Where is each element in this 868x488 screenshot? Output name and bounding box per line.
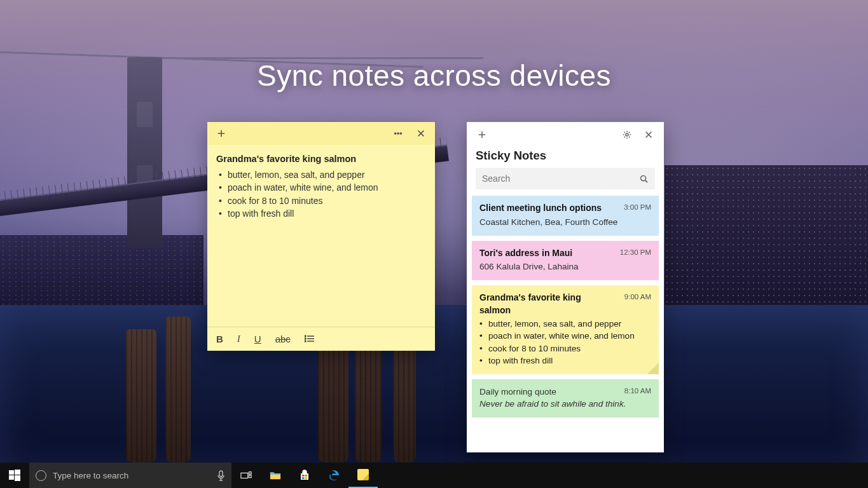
svg-rect-8 [9,470,14,475]
card-item: butter, lemon, sea salt, and pepper [479,318,651,330]
store-icon [299,470,310,481]
svg-point-5 [305,341,306,342]
svg-point-6 [626,133,628,136]
gear-icon [623,130,631,139]
folder-icon [270,470,281,481]
svg-rect-13 [241,473,248,478]
search-placeholder: Search [482,173,510,184]
note-card[interactable]: 8:10 AM Daily morning quote Never be afr… [472,379,659,417]
strike-button[interactable]: abc [275,334,291,344]
plus-icon [217,129,226,138]
ellipsis-icon [394,129,403,138]
edge-button[interactable] [319,463,348,488]
sticky-notes-taskbar-button[interactable] [348,463,378,488]
new-note-button[interactable] [473,126,491,144]
taskbar-search[interactable]: Type here to search [29,463,231,488]
search-icon [639,174,649,184]
card-time: 12:30 PM [620,247,651,257]
card-item: cook for 8 to 10 minutes [479,342,651,355]
note-item: cook for 8 to 10 minutes [219,194,426,207]
note-card[interactable]: 3:00 PM Client meeting lunch options Coa… [472,196,659,236]
bold-button[interactable]: B [216,334,223,344]
taskview-icon [240,470,252,481]
note-item: top with fresh dill [219,207,426,220]
close-icon [644,130,653,139]
svg-rect-18 [302,477,305,479]
svg-rect-9 [15,470,20,475]
taskbar-search-placeholder: Type here to search [53,471,128,480]
store-button[interactable] [290,463,319,488]
svg-rect-10 [9,475,14,480]
close-icon [417,129,425,138]
taskbar[interactable]: Type here to search [0,463,868,488]
svg-rect-15 [249,475,252,478]
svg-point-7 [641,175,646,180]
search-input[interactable]: Search [476,168,655,189]
sticky-note-window[interactable]: Grandma's favorite king salmon butter, l… [207,122,435,351]
bullets-button[interactable] [305,334,315,344]
card-time: 8:10 AM [624,386,651,396]
italic-button[interactable]: I [237,334,240,344]
card-time: 3:00 PM [624,202,651,212]
svg-rect-11 [15,475,20,481]
note-card[interactable]: 12:30 PM Tori's address in Maui 606 Kalu… [472,241,659,281]
underline-button[interactable]: U [254,334,261,344]
svg-rect-12 [219,471,223,477]
notes-list-window[interactable]: Sticky Notes Search 3:00 PM Client meeti… [467,122,664,452]
list-titlebar[interactable] [467,122,664,147]
svg-rect-14 [249,472,252,475]
svg-point-3 [305,336,306,337]
list-icon [305,335,315,342]
cortana-icon [36,470,46,481]
settings-button[interactable] [618,126,636,144]
start-button[interactable] [0,463,29,488]
desktop: Sync notes across devices Grandma's favo… [0,0,868,488]
fold-corner-icon [647,363,659,374]
card-quote: Never be afraid to sit awhile and think. [479,398,651,410]
card-time: 9:00 AM [624,292,651,302]
svg-rect-19 [305,477,308,479]
card-list: butter, lemon, sea salt, and pepper poac… [479,318,651,366]
note-body[interactable]: Grandma's favorite king salmon butter, l… [207,145,435,327]
windows-icon [9,470,20,481]
svg-rect-16 [302,475,305,477]
card-item: poach in water, white wine, and lemon [479,330,651,342]
edge-icon [328,470,340,481]
task-view-button[interactable] [231,463,261,488]
format-toolbar: B I U abc [207,327,435,351]
note-item: poach in water, white wine, and lemon [219,181,426,194]
card-item: top with fresh dill [479,355,651,367]
svg-point-2 [400,133,401,134]
notes-cards: 3:00 PM Client meeting lunch options Coa… [467,196,664,417]
plus-icon [478,130,486,139]
note-menu-button[interactable] [389,125,407,142]
card-subtitle: 606 Kalula Drive, Lahaina [479,261,651,273]
file-explorer-button[interactable] [261,463,290,488]
sticky-notes-icon [357,469,369,480]
note-titlebar[interactable] [207,122,435,145]
mic-icon [217,470,225,481]
promo-headline: Sync notes across devices [0,58,868,93]
list-title: Sticky Notes [467,147,664,168]
svg-point-1 [397,133,399,134]
svg-point-0 [395,133,396,134]
svg-point-4 [305,338,306,339]
note-title: Grandma's favorite king salmon [216,152,426,166]
note-card[interactable]: 9:00 AM Grandma's favorite king salmon b… [472,285,659,374]
close-note-button[interactable] [412,125,430,142]
note-item: butter, lemon, sea salt, and pepper [219,168,426,181]
new-note-button[interactable] [212,125,230,142]
note-list: butter, lemon, sea salt, and pepper poac… [216,168,426,220]
card-subtitle: Coastal Kitchen, Bea, Fourth Coffee [479,216,651,228]
close-list-button[interactable] [640,126,658,144]
svg-rect-17 [305,475,308,477]
